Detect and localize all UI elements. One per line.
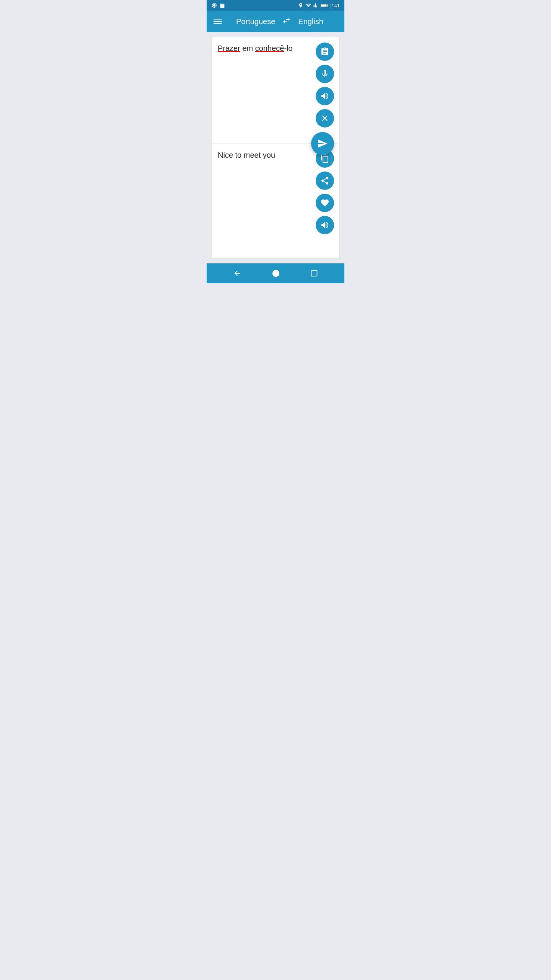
- input-speaker-button[interactable]: [316, 87, 334, 105]
- input-action-buttons: [316, 42, 334, 138]
- share-button[interactable]: [316, 172, 334, 190]
- word-lo: -lo: [284, 44, 292, 52]
- status-time: 2:41: [330, 3, 340, 8]
- svg-rect-4: [222, 3, 223, 4]
- microphone-button[interactable]: [316, 65, 334, 83]
- output-text-area: Nice to meet you: [218, 149, 312, 253]
- top-bar: Portuguese English: [207, 11, 344, 32]
- svg-rect-10: [311, 271, 317, 276]
- word-em: em: [240, 44, 255, 52]
- main-content: Prazer em conhecê-lo: [207, 32, 344, 263]
- input-text: Prazer em conhecê-lo: [218, 42, 312, 54]
- svg-rect-3: [221, 3, 222, 4]
- status-bar: 2:41: [207, 0, 344, 11]
- bottom-navigation: [207, 263, 344, 283]
- sdcard-icon: [220, 2, 225, 8]
- translate-button[interactable]: [311, 132, 334, 155]
- battery-icon: [321, 3, 328, 8]
- swap-languages-button[interactable]: [282, 16, 291, 27]
- location-icon: [298, 3, 303, 8]
- word-conhece: conhecê: [255, 44, 284, 52]
- signal-icon: [313, 3, 319, 8]
- back-button[interactable]: [233, 269, 241, 278]
- input-text-area[interactable]: Prazer em conhecê-lo: [218, 42, 312, 138]
- clipboard-button[interactable]: [316, 42, 334, 61]
- svg-point-1: [213, 4, 216, 7]
- source-language-label[interactable]: Portuguese: [236, 17, 275, 26]
- word-prazer: Prazer: [218, 44, 240, 52]
- status-left-icons: [211, 2, 225, 8]
- clear-input-button[interactable]: [316, 109, 334, 127]
- menu-button[interactable]: [214, 19, 222, 24]
- status-right-icons: 2:41: [298, 3, 340, 8]
- svg-point-9: [272, 270, 279, 277]
- record-icon: [211, 2, 217, 8]
- recent-apps-button[interactable]: [310, 270, 318, 277]
- svg-rect-7: [328, 5, 328, 6]
- favorite-button[interactable]: [316, 194, 334, 212]
- wifi-icon: [305, 3, 311, 8]
- target-language-label[interactable]: English: [298, 17, 323, 26]
- output-panel: Nice to meet you: [211, 144, 340, 259]
- output-action-buttons: [316, 149, 334, 253]
- svg-rect-8: [321, 5, 326, 7]
- home-button[interactable]: [272, 269, 280, 278]
- output-speaker-button[interactable]: [316, 216, 334, 234]
- language-selector: Portuguese English: [222, 16, 337, 27]
- output-text: Nice to meet you: [218, 149, 312, 161]
- input-panel: Prazer em conhecê-lo: [211, 37, 340, 144]
- svg-rect-5: [223, 3, 224, 4]
